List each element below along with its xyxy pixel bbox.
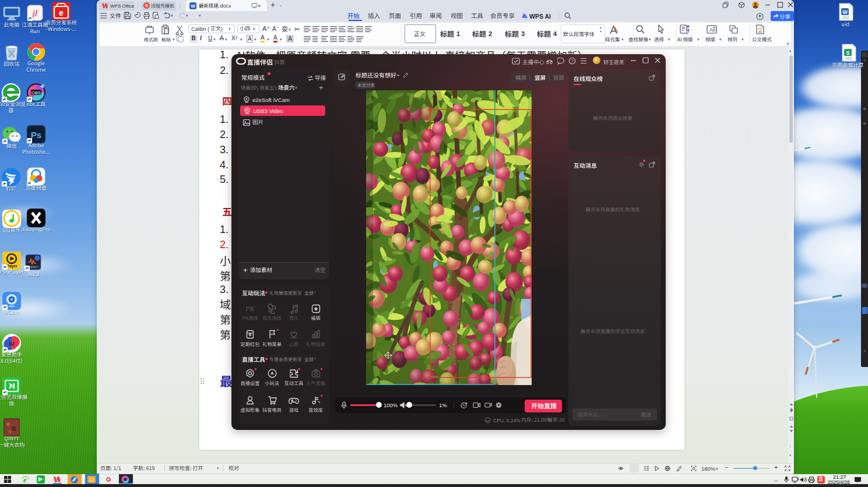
svg-text:e: e — [59, 8, 64, 17]
svg-text:Ps: Ps — [31, 130, 41, 140]
svg-text:Player: Player — [6, 264, 17, 269]
svg-text:S: S — [846, 50, 849, 56]
svg-text:AIZB-3: AIZB-3 — [30, 266, 37, 269]
svg-text:iU: iU — [9, 341, 15, 347]
svg-text:?: ? — [571, 58, 573, 63]
svg-text:A: A — [709, 27, 713, 33]
svg-text:W: W — [191, 3, 195, 9]
svg-text:D: D — [145, 3, 149, 8]
svg-text:x: x — [864, 58, 866, 62]
svg-text:W: W — [842, 9, 848, 15]
svg-text:+: + — [863, 348, 866, 354]
svg-text:OBS: OBS — [31, 90, 41, 96]
svg-text:PK: PK — [245, 305, 255, 313]
